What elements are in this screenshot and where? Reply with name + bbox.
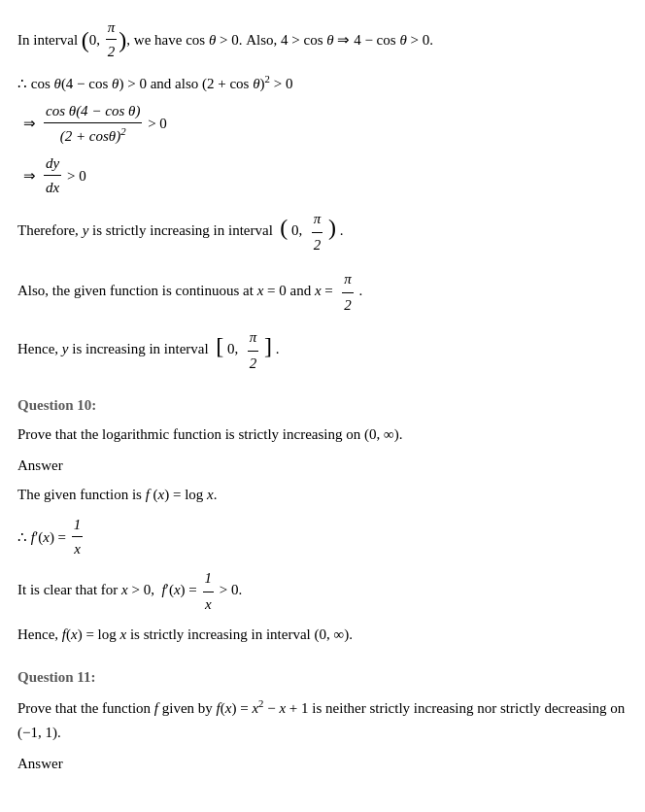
one-num-2: 1 (203, 566, 215, 592)
question11-problem: Prove that the function f given by f(x) … (17, 694, 628, 746)
pi-den-3: 2 (248, 352, 259, 377)
period-3: . (276, 341, 280, 356)
therefore-line: ∴ cos θ(4 − cos θ) > 0 and also (2 + cos… (17, 71, 628, 95)
one-over-x-inline: 1 x (203, 566, 215, 617)
pi-den-2: 2 (342, 293, 354, 319)
pi-num: π (312, 207, 323, 233)
pi-over-2: π2 (104, 16, 119, 63)
greater-than-zero: > 0 (144, 112, 166, 135)
close-bracket: ] (264, 333, 272, 358)
hence-line: Hence, y is increasing in interval [ 0, … (17, 325, 628, 376)
zero-3: 0, (227, 341, 242, 356)
clear-that-line: It is clear that for x > 0, f′(x) = 1 x … (17, 566, 628, 617)
fraction-expression: cos θ(4 − cos θ) (2 + cosθ)2 (44, 99, 142, 148)
question10-answer-label: Answer (17, 454, 628, 477)
open-paren-2: ( (280, 215, 288, 240)
therefore-text: Therefore, y is strictly increasing in i… (17, 222, 277, 238)
period-2: . (359, 283, 363, 298)
implies-fraction-line: ⇒ cos θ(4 − cos θ) (2 + cosθ)2 > 0 (17, 99, 628, 148)
in-interval-text: In interval (17, 28, 82, 51)
dy-numerator: dy (44, 152, 61, 176)
pi-num-3: π (248, 325, 259, 352)
conclusion-line: Therefore, y is strictly increasing in i… (17, 207, 628, 257)
pi-over-2-conclusion: π 2 (312, 207, 323, 257)
question10-given: The given function is f (x) = log x. (17, 483, 628, 508)
question10-label: Question 10: (17, 393, 628, 417)
implies-symbol-2: ⇒ (23, 164, 36, 187)
also-line: Also, the given function is continuous a… (17, 267, 628, 318)
fraction-numerator: cos θ(4 − cos θ) (44, 99, 142, 123)
zero-text: 0, (89, 28, 104, 51)
period-1: . (340, 222, 344, 238)
f-prime-notation: f′(x) = (31, 525, 70, 549)
therefore-symbol: ∴ (17, 72, 31, 95)
one-over-x-fraction: 1 x (72, 513, 84, 560)
pi-over-2-also: π 2 (342, 267, 354, 318)
x-den: x (72, 537, 83, 560)
top-statement: In interval ( 0, π2 ) , we have cos θ > … (17, 16, 628, 63)
derivative-line: ∴ f′(x) = 1 x (17, 513, 628, 560)
question11-label: Question 11: (17, 665, 628, 689)
open-bracket: [ (216, 333, 223, 358)
zero-2: 0, (291, 222, 306, 238)
fraction-denominator: (2 + cosθ)2 (58, 123, 128, 148)
close-paren-2: ) (328, 215, 336, 240)
therefore-expression: cos θ(4 − cos θ) > 0 and also (2 + cos θ… (31, 71, 293, 95)
therefore-symbol-q10: ∴ (17, 525, 31, 549)
dx-denominator: dx (44, 176, 61, 199)
continuation-text: , we have cos θ > 0. Also, 4 > cos θ ⇒ 4… (126, 28, 433, 51)
hence-text: Hence, y is increasing in interval (17, 341, 212, 356)
implies-dy-dx-line: ⇒ dy dx > 0 (17, 152, 628, 199)
one-num: 1 (72, 513, 84, 537)
implies-symbol: ⇒ (23, 112, 36, 135)
dy-dx-greater-zero: > 0 (63, 164, 85, 187)
question10-problem: Prove that the logarithmic function is s… (17, 423, 628, 448)
question10-section: Question 10: Prove that the logarithmic … (17, 393, 628, 648)
question11-answer-label: Answer (17, 752, 628, 775)
also-text: Also, the given function is continuous a… (17, 283, 337, 298)
question11-section: Question 11: Prove that the function f g… (17, 665, 628, 775)
pi-num-2: π (342, 267, 354, 293)
dy-dx-fraction: dy dx (44, 152, 61, 199)
pi-den: 2 (312, 233, 323, 258)
question10-hence: Hence, f(x) = log x is strictly increasi… (17, 623, 628, 648)
open-paren: ( (82, 28, 89, 51)
close-paren: ) (119, 28, 126, 51)
x-den-2: x (203, 592, 214, 618)
pi-over-2-hence: π 2 (248, 325, 259, 376)
